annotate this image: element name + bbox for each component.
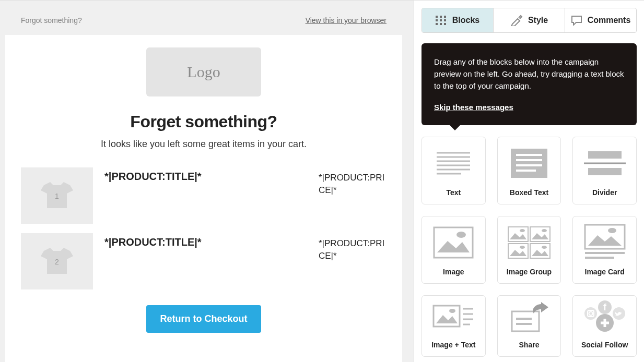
comments-icon: [571, 15, 582, 26]
block-text[interactable]: Text: [421, 137, 486, 204]
block-label: Image + Text: [431, 341, 475, 349]
svg-rect-5: [436, 19, 438, 21]
svg-rect-8: [436, 23, 438, 25]
svg-rect-3: [440, 16, 442, 18]
tab-blocks[interactable]: Blocks: [422, 8, 494, 32]
block-share[interactable]: Share: [497, 295, 561, 357]
svg-rect-9: [440, 23, 442, 25]
preheader-row: Forgot something? View this in your brow…: [5, 1, 402, 35]
block-label: Divider: [592, 188, 617, 197]
boxed-text-icon: [510, 148, 548, 179]
image-group-icon: [507, 226, 551, 259]
share-icon: [509, 302, 549, 333]
block-image[interactable]: Image: [421, 216, 486, 284]
divider-icon: [583, 150, 627, 176]
block-label: Image: [443, 268, 464, 276]
block-label: Image Group: [507, 268, 552, 276]
hero-heading: Forget something?: [21, 112, 387, 131]
svg-rect-4: [444, 16, 446, 18]
product-thumbnail[interactable]: 1: [21, 167, 93, 224]
image-card-icon: [584, 224, 626, 260]
svg-point-36: [608, 228, 616, 233]
block-label: Share: [519, 341, 540, 349]
block-label: Social Follow: [581, 341, 628, 349]
svg-rect-2: [436, 16, 438, 18]
product-price: *|PRODUCT:PRICE|*: [319, 167, 387, 197]
product-row: 1 *|PRODUCT:TITLE|* *|PRODUCT:PRICE|*: [21, 167, 387, 224]
tab-label: Style: [528, 16, 548, 25]
logo-placeholder[interactable]: Logo: [146, 47, 261, 96]
svg-point-26: [456, 232, 466, 238]
editor-tabs: Blocks Style Comments: [421, 8, 637, 33]
view-in-browser-link[interactable]: View this in your browser: [306, 16, 387, 25]
tab-label: Comments: [588, 16, 631, 25]
product-thumbnail[interactable]: 2: [21, 233, 93, 289]
svg-point-34: [542, 246, 547, 249]
hero-subtext: It looks like you left some great items …: [21, 139, 387, 150]
image-text-icon: [432, 305, 474, 333]
editor-panel: Blocks Style Comments Drag any of the bl…: [414, 0, 644, 362]
blocks-grid: Text Boxed Text Divider: [414, 125, 644, 362]
svg-rect-6: [440, 19, 442, 21]
block-label: Text: [446, 188, 461, 197]
skip-messages-link[interactable]: Skip these messages: [434, 101, 513, 113]
svg-rect-25: [434, 227, 473, 258]
product-title: *|PRODUCT:TITLE|*: [104, 233, 307, 248]
tshirt-icon: 1: [39, 181, 75, 210]
text-block-icon: [435, 150, 472, 176]
product-row: 2 *|PRODUCT:TITLE|* *|PRODUCT:PRICE|*: [21, 233, 387, 289]
block-social-follow[interactable]: f Social Follow: [572, 295, 637, 357]
block-image-text[interactable]: Image + Text: [421, 295, 486, 357]
tab-comments[interactable]: Comments: [565, 8, 636, 32]
social-follow-icon: f: [583, 300, 627, 333]
svg-rect-10: [444, 23, 446, 25]
hero-section: Forget something? It looks like you left…: [21, 112, 387, 150]
svg-rect-24: [588, 168, 622, 175]
tab-label: Blocks: [452, 16, 479, 25]
svg-point-28: [520, 229, 525, 232]
block-image-card[interactable]: Image Card: [572, 216, 637, 284]
block-label: Boxed Text: [510, 188, 548, 197]
preview-scroll[interactable]: Forgot something? View this in your brow…: [0, 1, 414, 362]
tooltip-text: Drag any of the blocks below into the ca…: [434, 56, 624, 92]
svg-point-40: [449, 309, 455, 313]
image-icon: [433, 226, 474, 259]
style-icon: [510, 15, 523, 26]
svg-rect-45: [512, 311, 539, 331]
block-boxed-text[interactable]: Boxed Text: [497, 137, 561, 204]
svg-text:f: f: [603, 302, 607, 312]
svg-text:1: 1: [55, 192, 59, 200]
return-to-checkout-button[interactable]: Return to Checkout: [146, 305, 261, 333]
product-price: *|PRODUCT:PRICE|*: [319, 233, 387, 262]
block-image-group[interactable]: Image Group: [497, 216, 561, 284]
tshirt-icon: 2: [39, 247, 75, 276]
svg-rect-7: [444, 19, 446, 21]
email-container: Forgot something? View this in your brow…: [0, 1, 407, 362]
product-title: *|PRODUCT:TITLE|*: [104, 167, 307, 183]
tab-style[interactable]: Style: [494, 8, 565, 32]
svg-rect-17: [511, 149, 547, 178]
blocks-icon: [436, 16, 447, 25]
onboarding-tooltip: Drag any of the blocks below into the ca…: [421, 43, 637, 125]
svg-point-30: [542, 229, 547, 232]
campaign-preview: Forgot something? View this in your brow…: [0, 0, 414, 362]
svg-point-32: [520, 246, 525, 249]
block-divider[interactable]: Divider: [572, 137, 637, 204]
preheader-text: Forgot something?: [21, 16, 82, 25]
svg-rect-22: [588, 151, 622, 159]
email-body: Logo Forget something? It looks like you…: [5, 35, 402, 362]
svg-point-50: [584, 307, 597, 320]
block-label: Image Card: [585, 268, 625, 276]
svg-text:2: 2: [55, 258, 59, 266]
